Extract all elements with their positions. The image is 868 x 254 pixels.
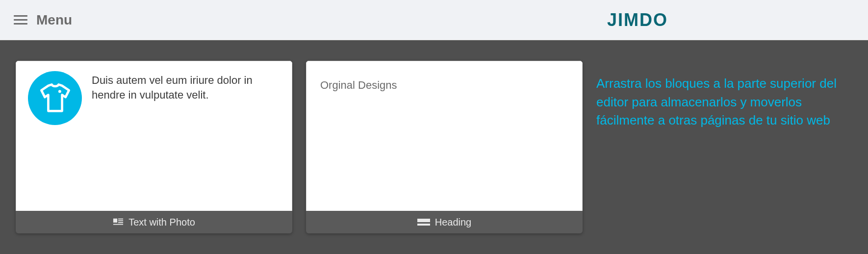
block-heading-content: Orginal Designs	[318, 71, 397, 92]
instruction-text: Arrastra los bloques a la parte superior…	[596, 61, 851, 233]
block-footer-label: Heading	[435, 217, 472, 228]
svg-rect-3	[118, 220, 123, 221]
block-heading[interactable]: Orginal Designs Heading	[306, 61, 583, 233]
app-header: Menu JIMDO	[0, 0, 868, 40]
svg-rect-4	[118, 222, 123, 223]
svg-rect-2	[118, 219, 123, 220]
text-with-photo-icon	[113, 217, 124, 228]
hamburger-icon	[14, 15, 27, 25]
jimdo-logo: JIMDO	[607, 10, 668, 30]
svg-rect-5	[113, 224, 123, 225]
block-footer: Text with Photo	[16, 211, 292, 233]
svg-rect-1	[113, 219, 117, 223]
editor-storage-area: Duis autem vel eum iriure dolor in hendr…	[0, 40, 868, 254]
menu-button[interactable]: Menu	[14, 12, 72, 28]
block-footer-label: Text with Photo	[128, 217, 195, 228]
block-text-content: Duis autem vel eum iriure dolor in hendr…	[92, 71, 280, 102]
block-body: Orginal Designs	[306, 61, 583, 211]
heading-icon	[417, 219, 430, 226]
svg-point-0	[58, 90, 61, 93]
block-body: Duis autem vel eum iriure dolor in hendr…	[16, 61, 292, 211]
block-footer: Heading	[306, 211, 583, 233]
menu-label: Menu	[36, 12, 72, 28]
tshirt-icon	[28, 71, 82, 125]
block-text-with-photo[interactable]: Duis autem vel eum iriure dolor in hendr…	[16, 61, 292, 233]
